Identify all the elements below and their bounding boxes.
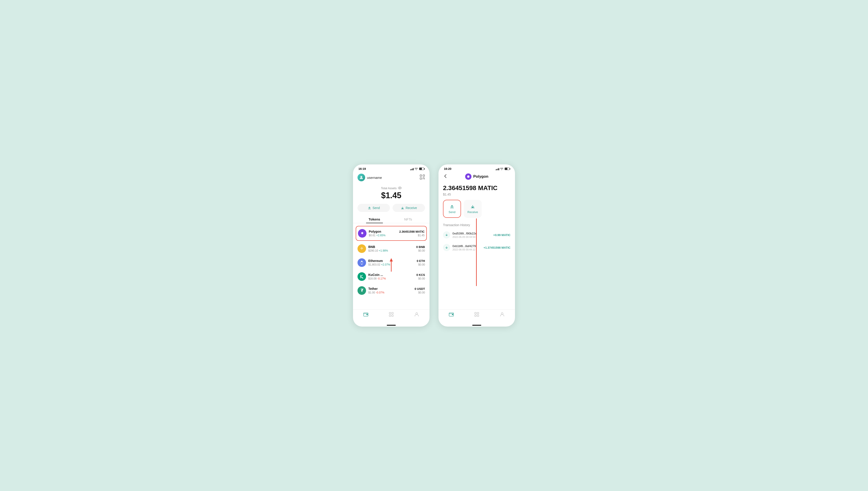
screen1-header: username	[353, 172, 430, 184]
svg-point-8	[399, 187, 400, 189]
svg-rect-18	[392, 315, 393, 316]
signal-icon-2	[496, 168, 499, 170]
svg-rect-26	[475, 315, 476, 316]
eye-icon[interactable]	[398, 186, 402, 190]
screen2-balance-section: 2.36451598 MATIC $1.45 Send	[438, 182, 515, 222]
polygon-title: Polygon	[473, 174, 488, 179]
bnb-balance: 0 BNB $0.00	[416, 245, 425, 252]
profile-nav-icon	[414, 312, 420, 317]
svg-rect-25	[477, 312, 479, 314]
polygon-balance: 2.36451598 MATIC $1.45	[399, 230, 425, 237]
tab-nfts[interactable]: NFTs	[391, 215, 425, 223]
receive-box[interactable]: Receive	[464, 200, 482, 218]
nav-apps-1[interactable]	[378, 312, 404, 317]
svg-rect-9	[368, 209, 371, 209]
bottom-nav-1	[353, 309, 430, 322]
wallet-nav-icon-2	[448, 312, 454, 317]
back-button[interactable]	[443, 174, 448, 179]
tx-time-2: 2022-06-05 00:44:12	[453, 248, 484, 251]
red-line-annotation	[476, 219, 477, 286]
tx-history-label: Transaction History	[438, 222, 515, 229]
big-balance: 2.36451598 MATIC	[443, 184, 510, 192]
kucoin-usd: $0.00	[416, 277, 425, 280]
time-1: 16:19	[359, 167, 366, 171]
bnb-amount: 0 BNB	[416, 245, 425, 249]
tx-item-2[interactable]: 0xb1bf8...8af4279 2022-06-05 00:44:12 +1…	[438, 241, 515, 254]
receive-button-1[interactable]: Receive	[393, 204, 425, 212]
username-label: username	[367, 176, 382, 179]
tx-details-2: 0xb1bf8...8af4279 2022-06-05 00:44:12	[453, 244, 484, 251]
polygon-name: Polygon	[369, 230, 399, 233]
nav-apps-2[interactable]	[464, 312, 489, 317]
bnb-usd: $0.00	[416, 249, 425, 252]
battery-icon	[419, 168, 424, 170]
tether-name: Tether	[368, 287, 415, 291]
tether-usd: $0.00	[415, 291, 425, 294]
phone-screen-2-wrapper: 16:20	[438, 165, 515, 326]
nav-profile-2[interactable]	[490, 312, 515, 317]
svg-rect-2	[423, 175, 425, 176]
status-icons-1	[410, 168, 424, 170]
tx-hash-2: 0xb1bf8...8af4279	[453, 244, 484, 248]
kucoin-price: $16.08 -0.17%	[368, 277, 416, 280]
tx-amount-2: +1.37451598 MATIC	[484, 246, 510, 249]
eth-balance: 0 ETH $0.00	[417, 259, 425, 266]
status-bar-1: 16:19	[353, 165, 430, 172]
eth-logo	[358, 258, 366, 267]
svg-rect-3	[420, 178, 422, 179]
total-assets-label: Total Assets	[358, 186, 425, 190]
home-indicator-2	[438, 322, 515, 326]
polygon-price: $0.61 +2.65%	[369, 234, 399, 237]
bnb-logo	[358, 244, 366, 253]
tether-logo: ₮	[358, 286, 366, 295]
token-item-polygon[interactable]: Polygon $0.61 +2.65% 2.36451598 MATIC $1…	[356, 226, 427, 241]
status-icons-2	[496, 168, 510, 170]
signal-icon	[410, 168, 414, 170]
tx-hash-1: 0xd5399...f90b22e	[453, 232, 493, 235]
svg-point-0	[361, 176, 362, 178]
svg-rect-1	[420, 175, 422, 176]
nav-wallet-2[interactable]	[438, 312, 464, 317]
phone-screen-2: 16:20	[438, 165, 515, 326]
svg-rect-17	[389, 315, 391, 316]
polygon-amount: 2.36451598 MATIC	[399, 230, 425, 233]
token-item-bnb[interactable]: BNB $290.10 +1.98% 0 BNB $0.00	[353, 242, 430, 256]
polygon-logo	[358, 229, 367, 238]
svg-rect-10	[401, 209, 404, 209]
apps-nav-icon	[389, 312, 394, 317]
screen2-title: Polygon	[465, 173, 488, 180]
tx-item-1[interactable]: 0xd5399...f90b22e 2022-06-05 00:44:54 +0…	[438, 229, 515, 241]
polygon-usd: $1.45	[399, 234, 425, 237]
bnb-name: BNB	[368, 245, 416, 249]
bottom-nav-2	[438, 309, 515, 322]
app-container: 16:19	[344, 155, 524, 336]
tab-tokens[interactable]: Tokens	[358, 215, 391, 223]
svg-rect-21	[471, 208, 474, 208]
tx-time-1: 2022-06-05 00:44:54	[453, 236, 493, 238]
tabs-row-1: Tokens NFTs	[353, 215, 430, 223]
tether-amount: 0 USDT	[415, 287, 425, 291]
nav-profile-1[interactable]	[404, 312, 430, 317]
svg-rect-15	[389, 312, 391, 314]
bnb-info: BNB $290.10 +1.98%	[368, 245, 416, 252]
kucoin-name: KuCoin ...	[368, 273, 416, 277]
svg-rect-14	[367, 314, 368, 315]
nav-wallet-1[interactable]	[353, 312, 378, 317]
tether-info: Tether $1.00 -0.07%	[368, 287, 415, 294]
wallet-nav-icon	[363, 312, 369, 317]
send-box-label: Send	[448, 210, 455, 214]
svg-rect-27	[477, 315, 479, 316]
token-item-tether[interactable]: ₮ Tether $1.00 -0.07% 0 USDT $0.00	[353, 284, 430, 297]
polygon-info: Polygon $0.61 +2.65%	[369, 230, 399, 237]
profile-nav-icon-2	[499, 312, 505, 317]
tx-icon-2	[443, 244, 450, 251]
send-button-1[interactable]: Send	[358, 204, 390, 212]
big-balance-usd: $1.45	[443, 193, 510, 196]
svg-rect-24	[475, 312, 476, 314]
tether-balance: 0 USDT $0.00	[415, 287, 425, 294]
phone-screen-1-wrapper: 16:19	[353, 165, 430, 326]
scan-button[interactable]	[420, 174, 425, 181]
apps-nav-icon-2	[474, 312, 479, 317]
send-box[interactable]: Send	[443, 200, 461, 218]
user-info[interactable]: username	[358, 174, 382, 181]
